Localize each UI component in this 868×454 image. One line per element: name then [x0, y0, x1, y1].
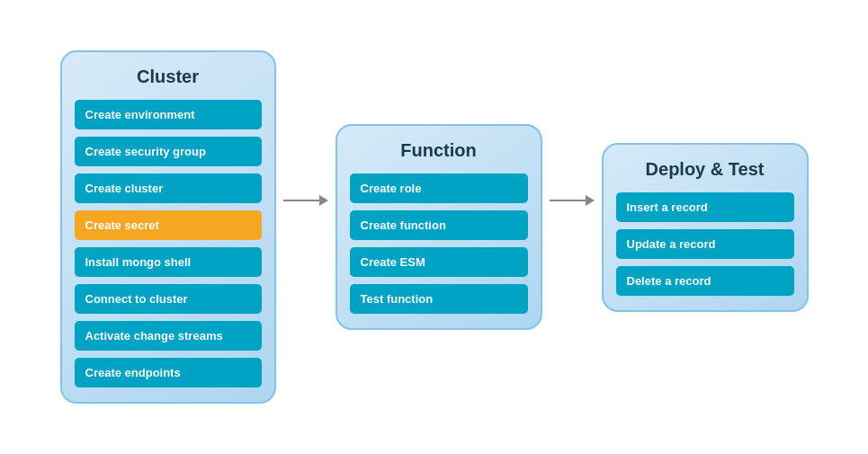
cluster-panel: Cluster Create environment Create securi… — [60, 50, 276, 404]
btn-create-esm[interactable]: Create ESM — [350, 247, 528, 277]
btn-create-secret[interactable]: Create secret — [75, 210, 262, 240]
btn-create-environment[interactable]: Create environment — [75, 100, 262, 129]
btn-create-endpoints[interactable]: Create endpoints — [75, 358, 262, 387]
deploy-panel: Deploy & Test Insert a record Update a r… — [602, 143, 809, 312]
btn-delete-record[interactable]: Delete a record — [616, 266, 794, 296]
arrow-line-1 — [283, 195, 328, 206]
arrow-1 — [276, 195, 336, 206]
btn-create-cluster[interactable]: Create cluster — [75, 174, 262, 203]
cluster-title: Cluster — [137, 67, 199, 87]
btn-create-role[interactable]: Create role — [350, 174, 528, 203]
arrow-2 — [542, 195, 602, 206]
btn-activate-change-streams[interactable]: Activate change streams — [75, 321, 262, 351]
function-title: Function — [400, 140, 476, 161]
btn-insert-record[interactable]: Insert a record — [616, 192, 794, 222]
btn-update-record[interactable]: Update a record — [616, 229, 794, 259]
btn-create-security-group[interactable]: Create security group — [75, 137, 262, 166]
btn-connect-to-cluster[interactable]: Connect to cluster — [75, 284, 262, 314]
btn-install-mongo-shell[interactable]: Install mongo shell — [75, 247, 262, 277]
arrow-line-2 — [550, 195, 595, 206]
btn-test-function[interactable]: Test function — [350, 284, 528, 314]
btn-create-function[interactable]: Create function — [350, 210, 528, 240]
deploy-title: Deploy & Test — [646, 159, 765, 180]
function-panel: Function Create role Create function Cre… — [336, 124, 542, 330]
diagram: Cluster Create environment Create securi… — [42, 32, 827, 422]
